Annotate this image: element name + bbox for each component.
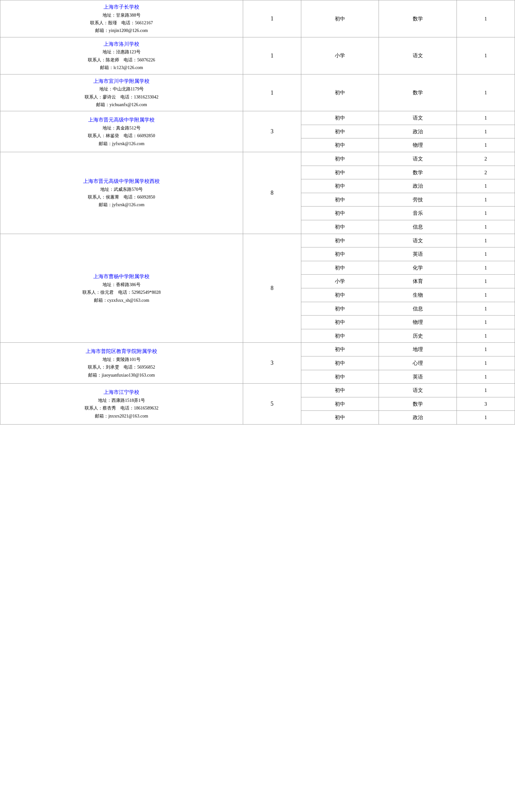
school-info-cell: 上海市宜川中学附属学校地址：中山北路1179号联系人：廖诗云 电话：138162… [0,74,243,111]
school-level: 初中 [301,125,379,138]
school-info-cell: 上海市晋元高级中学附属学校地址：真金路512号联系人：林鉴癸 电话：660928… [0,111,243,152]
school-address: 地址：泾惠路123号 [102,50,141,54]
school-subject: 物理 [379,316,457,329]
school-info-cell: 上海市洛川学校地址：泾惠路123号联系人：陈老师 电话：56076226邮箱：l… [0,37,243,74]
school-level: 初中 [301,302,379,316]
school-level: 初中 [301,111,379,125]
subject-count: 1 [457,274,515,288]
school-address: 地址：武威东路570号 [100,187,143,192]
school-subject: 政治 [379,179,457,193]
school-level: 初中 [301,316,379,329]
school-email: 邮箱：cyzxfsxx_sh@163.com [94,298,149,303]
subject-count: 2 [457,152,515,166]
school-name: 上海市晋元高级中学附属学校西校 [83,178,160,184]
school-total-count: 1 [243,0,301,37]
school-level: 初中 [301,220,379,234]
school-address: 地址：西康路1518弄1号 [98,398,145,403]
subject-count: 1 [457,37,515,74]
school-subject: 信息 [379,302,457,316]
subject-count: 1 [457,111,515,125]
school-level: 初中 [301,74,379,111]
school-subject: 政治 [379,411,457,425]
subject-count: 1 [457,234,515,248]
school-subject: 地理 [379,343,457,356]
school-address: 地址：甘泉路388号 [102,13,141,18]
subject-count: 1 [457,384,515,397]
school-level: 初中 [301,329,379,343]
school-subject: 政治 [379,125,457,138]
subject-count: 1 [457,179,515,193]
school-email: 邮箱：jyfxrsk@126.com [99,202,144,207]
school-contact: 联系人：殷瑾 电话：56612167 [90,21,153,25]
school-level: 初中 [301,152,379,166]
school-name: 上海市晋元高级中学附属学校 [88,117,155,122]
school-subject: 音乐 [379,206,457,220]
school-email: 邮箱：yinjin1200@126.com [95,28,148,33]
subject-count: 1 [457,343,515,356]
subject-count: 1 [457,329,515,343]
subject-count: 1 [457,302,515,316]
school-email: 邮箱：lc123@126.com [100,65,143,70]
school-name: 上海市普陀区教育学院附属学校 [86,348,157,354]
school-subject: 心理 [379,356,457,370]
subject-count: 1 [457,261,515,274]
school-level: 初中 [301,397,379,411]
school-subject: 数学 [379,74,457,111]
school-total-count: 3 [243,111,301,152]
school-total-count: 8 [243,234,301,343]
school-subject: 语文 [379,152,457,166]
school-level: 初中 [301,248,379,261]
school-address: 地址：真金路512号 [102,126,141,130]
school-contact: 联系人：徐元君 电话：52982549*8028 [83,290,161,295]
school-level: 初中 [301,411,379,425]
main-container: 上海市子长学校地址：甘泉路388号联系人：殷瑾 电话：56612167邮箱：yi… [0,0,515,812]
school-info-cell: 上海市晋元高级中学附属学校西校地址：武威东路570号联系人：侯蕙菁 电话：660… [0,152,243,234]
school-address: 地址：黄陵路101号 [102,357,141,362]
subject-count: 3 [457,397,515,411]
school-total-count: 8 [243,152,301,234]
school-total-count: 3 [243,343,301,384]
school-level: 初中 [301,234,379,248]
school-email: 邮箱：jiaoyuanfuxiao130@163.com [88,373,155,378]
school-contact: 联系人：林鉴癸 电话：66092850 [88,133,155,138]
school-subject: 英语 [379,370,457,384]
school-info-cell: 上海市普陀区教育学院附属学校地址：黄陵路101号联系人：刘承雯 电话：56956… [0,343,243,384]
subject-count: 1 [457,0,515,37]
subject-count: 1 [457,74,515,111]
school-subject: 生物 [379,288,457,302]
school-total-count: 5 [243,384,301,425]
school-name: 上海市曹杨中学附属学校 [93,274,150,279]
school-subject: 语文 [379,384,457,397]
school-subject: 信息 [379,220,457,234]
school-total-count: 1 [243,37,301,74]
school-subject: 数学 [379,166,457,179]
school-contact: 联系人：陈老师 电话：56076226 [88,58,155,62]
subject-count: 1 [457,206,515,220]
subject-count: 1 [457,125,515,138]
school-level: 初中 [301,356,379,370]
subject-count: 1 [457,138,515,152]
school-level: 初中 [301,370,379,384]
school-level: 初中 [301,179,379,193]
school-contact: 联系人：侯蕙菁 电话：66092850 [88,195,155,200]
school-level: 初中 [301,138,379,152]
school-level: 初中 [301,343,379,356]
school-name: 上海市洛川学校 [103,41,139,47]
subject-count: 1 [457,248,515,261]
school-email: 邮箱：jyfxrsk@126.com [99,141,144,146]
school-subject: 物理 [379,138,457,152]
school-level: 初中 [301,0,379,37]
subject-count: 1 [457,316,515,329]
school-email: 邮箱：jnxxrs2021@163.com [95,414,148,418]
school-info-cell: 上海市曹杨中学附属学校地址：香樟路386号联系人：徐元君 电话：52982549… [0,234,243,343]
school-address: 地址：中山北路1179号 [99,87,144,91]
school-table: 上海市子长学校地址：甘泉路388号联系人：殷瑾 电话：56612167邮箱：yi… [0,0,515,425]
school-subject: 语文 [379,111,457,125]
school-level: 小学 [301,37,379,74]
subject-count: 1 [457,288,515,302]
school-contact: 联系人：刘承雯 电话：56956852 [88,365,155,370]
subject-count: 1 [457,370,515,384]
school-level: 初中 [301,206,379,220]
school-subject: 语文 [379,234,457,248]
school-subject: 数学 [379,0,457,37]
